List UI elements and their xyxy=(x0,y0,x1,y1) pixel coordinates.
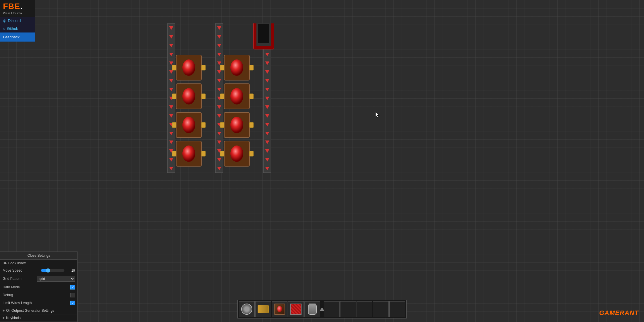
hotbar-slot-9[interactable] xyxy=(373,301,389,317)
svg-rect-85 xyxy=(249,151,254,156)
grid-pattern-label: Grid Pattern xyxy=(3,277,37,281)
grid-pattern-row: Grid Pattern grid none dots xyxy=(0,274,77,283)
oil-outpost-label: Oil Outpost Generator Settings xyxy=(6,309,54,313)
logo-text: FBE. xyxy=(3,2,32,11)
move-speed-slider[interactable] xyxy=(41,269,64,272)
dark-mode-row: Dark Mode ✓ xyxy=(0,283,77,291)
svg-rect-76 xyxy=(220,94,224,99)
debug-checkbox[interactable] xyxy=(70,293,75,297)
github-label: Github xyxy=(7,26,18,31)
hotbar-item-assembler xyxy=(274,304,285,315)
logo: FBE. Press I for info xyxy=(0,0,35,17)
svg-rect-82 xyxy=(172,151,176,156)
svg-point-69 xyxy=(230,145,243,162)
hotbar-item-armor xyxy=(308,304,317,315)
keybinds-label: Keybinds xyxy=(6,316,20,320)
svg-point-59 xyxy=(182,88,195,105)
limit-wires-label: Limit Wires Length xyxy=(3,301,70,305)
debug-row: Debug xyxy=(0,291,77,299)
hotbar xyxy=(237,300,407,318)
discord-label: Discord xyxy=(8,18,21,23)
settings-header[interactable]: Close Settings xyxy=(0,252,77,260)
move-speed-label: Move Speed xyxy=(3,268,41,273)
dark-mode-checkmark: ✓ xyxy=(71,285,74,289)
dark-mode-checkbox[interactable]: ✓ xyxy=(70,285,75,290)
svg-rect-81 xyxy=(249,122,254,128)
svg-rect-79 xyxy=(201,122,205,128)
settings-panel: Close Settings BP Book Index Move Speed … xyxy=(0,251,78,322)
top-left-panel: FBE. Press I for info ◎ Discord ○ Github… xyxy=(0,0,35,42)
keybinds-chevron xyxy=(3,316,5,319)
github-button[interactable]: ○ Github xyxy=(0,25,35,32)
gamerant-watermark: GAMERANT xyxy=(599,309,639,317)
svg-point-61 xyxy=(230,88,243,105)
hotbar-divider xyxy=(321,301,323,317)
limit-wires-checkmark: ✓ xyxy=(71,301,74,305)
limit-wires-row: Limit Wires Length ✓ xyxy=(0,299,77,307)
oil-outpost-chevron xyxy=(3,309,5,312)
limit-wires-checkbox[interactable]: ✓ xyxy=(70,301,75,305)
watermark-prefix: GAME xyxy=(599,309,620,316)
hotbar-slot-10[interactable] xyxy=(389,301,405,317)
logo-subtitle: Press I for info xyxy=(3,12,32,15)
hotbar-item-gear xyxy=(241,304,252,315)
slider-thumb xyxy=(46,268,50,273)
svg-point-67 xyxy=(182,145,195,162)
svg-rect-84 xyxy=(220,151,224,156)
discord-button[interactable]: ◎ Discord xyxy=(0,17,35,25)
oil-outpost-row[interactable]: Oil Outpost Generator Settings xyxy=(0,307,77,314)
svg-rect-80 xyxy=(220,122,224,128)
hotbar-slot-1[interactable] xyxy=(239,301,255,317)
hotbar-slot-8[interactable] xyxy=(357,301,372,317)
hotbar-item-inserter xyxy=(258,305,269,313)
svg-rect-78 xyxy=(172,122,176,128)
hotbar-slot-7[interactable] xyxy=(340,301,356,317)
svg-rect-70 xyxy=(172,65,176,70)
svg-rect-71 xyxy=(201,65,205,70)
watermark-suffix: RANT xyxy=(620,309,639,316)
move-speed-value: 10 xyxy=(66,269,75,272)
hotbar-slot-5[interactable] xyxy=(304,301,320,317)
dark-mode-label: Dark Mode xyxy=(3,285,70,289)
game-canvas[interactable] xyxy=(0,0,644,322)
hotbar-item-belt xyxy=(290,304,302,315)
svg-rect-75 xyxy=(201,94,205,99)
hotbar-slot-2[interactable] xyxy=(255,301,271,317)
svg-rect-88 xyxy=(258,24,269,43)
bp-book-index-label: BP Book Index xyxy=(3,261,75,265)
svg-point-65 xyxy=(230,117,243,133)
svg-rect-77 xyxy=(249,94,254,99)
feedback-button[interactable]: Feedback xyxy=(0,32,35,42)
grid-pattern-select[interactable]: grid none dots xyxy=(37,276,75,282)
svg-point-55 xyxy=(182,59,195,76)
svg-point-57 xyxy=(230,59,243,76)
svg-point-63 xyxy=(182,117,195,133)
svg-rect-83 xyxy=(201,151,205,156)
hotbar-slot-6[interactable] xyxy=(324,301,340,317)
hotbar-slot-4[interactable] xyxy=(288,301,304,317)
github-icon: ○ xyxy=(3,26,5,31)
bp-book-index-row: BP Book Index xyxy=(0,260,77,267)
factory-blueprint xyxy=(164,23,275,173)
svg-rect-74 xyxy=(172,94,176,99)
debug-label: Debug xyxy=(3,293,70,297)
discord-icon: ◎ xyxy=(3,18,6,23)
feedback-label: Feedback xyxy=(3,35,20,39)
keybinds-row[interactable]: Keybinds xyxy=(0,314,77,322)
svg-rect-73 xyxy=(249,65,254,70)
svg-rect-72 xyxy=(220,65,224,70)
hotbar-slot-3[interactable] xyxy=(272,301,287,317)
move-speed-row: Move Speed 10 xyxy=(0,267,77,274)
